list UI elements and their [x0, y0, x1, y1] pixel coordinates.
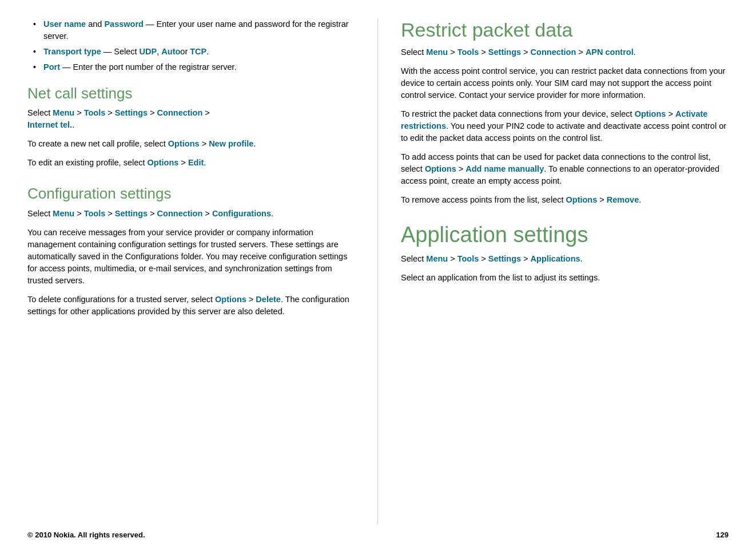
- cfg-delete: Delete: [256, 295, 281, 304]
- nc-new-profile: New profile: [209, 139, 253, 148]
- footer-copyright: © 2010 Nokia. All rights reserved.: [27, 531, 145, 539]
- port-link: Port: [43, 62, 60, 72]
- app-tools: Tools: [457, 254, 479, 263]
- app-end: .: [580, 254, 583, 263]
- restrict-para4: To remove access points from the list, s…: [401, 194, 729, 206]
- cfg-gt3: >: [148, 209, 157, 218]
- config-section: Configuration settings Select Menu > Too…: [27, 185, 357, 317]
- udp-link: UDP: [140, 47, 157, 56]
- cfg-tools: Tools: [84, 209, 106, 218]
- cfg-menu: Menu: [53, 209, 74, 218]
- cfg-gt1: >: [74, 209, 84, 218]
- restrict-para3: To add access points that can be used fo…: [401, 151, 729, 187]
- net-call-title: Net call settings: [27, 85, 357, 102]
- rs-menu: Menu: [426, 48, 448, 57]
- bullet-3-rest: — Enter the port number of the registrar…: [60, 62, 237, 72]
- rs-gt1: >: [448, 48, 457, 57]
- bullet-item-3: Port — Enter the port number of the regi…: [33, 61, 357, 73]
- app-gt2: >: [479, 254, 488, 263]
- rs-end: .: [634, 48, 636, 57]
- bullet-list: User name and Password — Enter your user…: [27, 18, 357, 73]
- config-para2: To delete configurations for a trusted s…: [27, 294, 357, 318]
- bullet-2-rest2: or: [180, 47, 190, 56]
- nc-para2-pre: To edit an existing profile, select: [27, 158, 148, 167]
- cfg-end: .: [271, 209, 273, 218]
- restrict-para2: To restrict the packet data connections …: [401, 108, 729, 144]
- rs-para2-pre: To restrict the packet data connections …: [401, 109, 635, 118]
- rs-options1: Options: [635, 109, 666, 118]
- tcp-link: TCP: [190, 47, 206, 56]
- restrict-title: Restrict packet data: [401, 18, 729, 42]
- nc-gt6: >: [178, 158, 188, 167]
- transport-type-link: Transport type: [43, 47, 101, 56]
- rs-gt3: >: [521, 48, 531, 57]
- user-name-link: User name: [43, 19, 86, 29]
- nc-para1: To create a new net call profile, select…: [27, 138, 357, 150]
- rs-settings: Settings: [488, 48, 521, 57]
- config-title: Configuration settings: [27, 185, 357, 203]
- nc-options1: Options: [168, 139, 200, 148]
- nc-gt5: >: [200, 139, 209, 148]
- nc-options2: Options: [148, 158, 179, 167]
- app-menu: Menu: [426, 254, 448, 263]
- left-column: User name and Password — Enter your user…: [0, 18, 378, 524]
- rs-gt5: >: [666, 109, 675, 118]
- nc-para1-pre: To create a new net call profile, select: [27, 139, 168, 148]
- rs-add-name: Add name manually: [465, 164, 544, 173]
- rs-connection: Connection: [531, 48, 576, 57]
- rs-gt4: >: [576, 48, 586, 57]
- cfg-connection: Connection: [157, 209, 203, 218]
- nc-select: Select: [27, 108, 50, 117]
- app-select-line: Select Menu > Tools > Settings > Applica…: [401, 253, 729, 265]
- restrict-section: Restrict packet data Select Menu > Tools…: [401, 18, 729, 206]
- bullet-2-end: .: [206, 47, 209, 56]
- nc-gt4: >: [202, 108, 210, 117]
- app-gt3: >: [521, 254, 531, 263]
- nc-edit: Edit: [188, 158, 204, 167]
- rs-para2-mid: . You need your PIN2 code to activate an…: [401, 121, 726, 143]
- nc-gt2: >: [105, 108, 115, 117]
- app-settings: Settings: [488, 254, 521, 263]
- auto-link: Auto: [161, 47, 180, 56]
- rs-options2: Options: [425, 164, 456, 173]
- restrict-para1: With the access point control service, y…: [401, 65, 729, 101]
- nc-connection: Connection: [157, 108, 203, 117]
- cfg-gt4: >: [202, 209, 212, 218]
- bullet-item-2: Transport type — Select UDP, Autoor TCP.: [33, 46, 357, 58]
- rs-tools: Tools: [457, 48, 479, 57]
- cfg-para2-pre: To delete configurations for a trusted s…: [27, 295, 215, 304]
- nc-tools: Tools: [84, 108, 106, 117]
- application-title: Application settings: [401, 222, 729, 248]
- rs-gt6: >: [456, 164, 466, 173]
- nc-para1-end: .: [253, 139, 256, 148]
- cfg-settings: Settings: [115, 209, 148, 218]
- cfg-gt5: >: [246, 295, 256, 304]
- cfg-configurations: Configurations: [212, 209, 271, 218]
- nc-gt3: >: [148, 108, 157, 117]
- rs-apn: APN control: [586, 48, 634, 57]
- net-call-section: Net call settings Select Menu > Tools > …: [27, 85, 357, 169]
- net-call-select-line: Select Menu > Tools > Settings > Connect…: [27, 107, 357, 131]
- footer: © 2010 Nokia. All rights reserved. 129: [0, 524, 756, 546]
- rs-para4-end: .: [639, 195, 641, 204]
- app-applications: Applications: [531, 254, 580, 263]
- right-column: Restrict packet data Select Menu > Tools…: [378, 18, 756, 524]
- app-gt1: >: [448, 254, 457, 263]
- rs-options3: Options: [566, 195, 598, 204]
- rs-gt2: >: [479, 48, 488, 57]
- bullet-2-rest: — Select: [101, 47, 140, 56]
- nc-para2-end: .: [204, 158, 206, 167]
- rs-select-pre: Select: [401, 48, 426, 57]
- app-para1: Select an application from the list to a…: [401, 272, 729, 284]
- nc-end: .: [72, 120, 74, 129]
- nc-para2: To edit an existing profile, select Opti…: [27, 157, 357, 169]
- nc-settings: Settings: [115, 108, 148, 117]
- nc-gt1: >: [74, 108, 84, 117]
- bullet-1-sep: and: [86, 19, 104, 29]
- rs-gt7: >: [597, 195, 607, 204]
- application-section: Application settings Select Menu > Tools…: [401, 222, 729, 284]
- restrict-select-line: Select Menu > Tools > Settings > Connect…: [401, 46, 729, 58]
- cfg-options1: Options: [215, 295, 246, 304]
- nc-menu: Menu: [53, 108, 74, 117]
- rs-remove: Remove: [607, 195, 639, 204]
